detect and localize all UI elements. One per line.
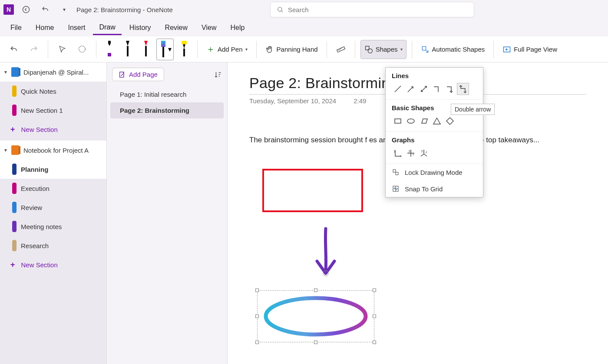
page-item-2[interactable]: Page 2: Brainstorming: [110, 102, 224, 118]
svg-rect-4: [161, 41, 165, 47]
resize-handle[interactable]: [314, 341, 317, 344]
highlighter-yellow[interactable]: [176, 39, 192, 60]
shape-elbow-arrow[interactable]: [444, 83, 456, 95]
sort-pages-button[interactable]: [214, 71, 222, 79]
shape-elbow-double-arrow[interactable]: [457, 83, 469, 95]
section-meeting-notes[interactable]: Meeting notes: [0, 217, 106, 236]
drawn-arrow[interactable]: [313, 226, 339, 283]
svg-text:y: y: [409, 149, 410, 153]
shape-graph-3d[interactable]: yz: [418, 147, 430, 159]
page-item-1[interactable]: Page 1: Initial research: [110, 86, 224, 102]
resize-handle[interactable]: [314, 289, 317, 292]
resize-handle[interactable]: [373, 289, 376, 292]
selected-ellipse-shape[interactable]: [257, 290, 374, 342]
svg-rect-6: [337, 46, 345, 52]
pen-purple[interactable]: [102, 39, 117, 60]
section-planning[interactable]: Planning: [0, 160, 106, 179]
shape-triangle[interactable]: [431, 115, 443, 127]
plus-icon: +: [10, 260, 15, 269]
resize-handle[interactable]: [255, 289, 259, 292]
titlebar-dropdown-button[interactable]: ▾: [57, 3, 71, 16]
section-tab-icon: [12, 164, 17, 175]
drawn-rectangle[interactable]: [262, 169, 363, 212]
section-quick-notes[interactable]: Quick Notes: [0, 82, 106, 101]
menu-view[interactable]: View: [195, 21, 222, 34]
app-icon: N: [3, 4, 14, 15]
add-pen-button[interactable]: ＋ Add Pen ▾: [203, 40, 251, 59]
shape-elbow[interactable]: [431, 83, 443, 95]
resize-handle[interactable]: [255, 315, 259, 318]
shape-rectangle[interactable]: [392, 115, 404, 127]
svg-rect-11: [120, 72, 124, 77]
add-page-button[interactable]: Add Page: [112, 68, 164, 81]
section-new-section-1[interactable]: New Section 1: [0, 101, 106, 120]
shape-graph-xy[interactable]: yx: [392, 147, 404, 159]
chevron-down-icon: ▾: [168, 45, 172, 53]
shape-diamond[interactable]: [444, 115, 456, 127]
menu-file[interactable]: File: [4, 21, 28, 34]
svg-rect-26: [396, 172, 398, 175]
section-execution[interactable]: Execution: [0, 179, 106, 198]
shape-parallelogram[interactable]: [418, 115, 430, 127]
select-tool-button[interactable]: [53, 40, 71, 59]
menu-help[interactable]: Help: [224, 21, 251, 34]
snap-grid-icon: [392, 185, 400, 193]
plus-icon: ＋: [206, 43, 215, 55]
search-bar[interactable]: [270, 2, 474, 17]
resize-handle[interactable]: [373, 315, 376, 318]
shape-double-arrow-diag[interactable]: [418, 83, 430, 95]
draw-toolbar: ▾ ＋ Add Pen ▾ Panning Hand Shapes ▾ Auto…: [0, 36, 608, 62]
undo-button[interactable]: [5, 40, 23, 59]
pages-panel: Add Page Page 1: Initial research Page 2…: [107, 62, 228, 364]
shape-graph-cross[interactable]: yx: [405, 147, 417, 159]
lasso-tool-button[interactable]: [73, 40, 91, 59]
menu-home[interactable]: Home: [30, 21, 60, 34]
redo-button[interactable]: [25, 40, 43, 59]
back-button[interactable]: [19, 3, 33, 16]
snap-to-grid[interactable]: Snap To Grid: [386, 180, 483, 197]
chevron-down-icon: ▾: [400, 47, 403, 52]
new-section-button-1[interactable]: +New Section: [0, 120, 106, 139]
panning-hand-button[interactable]: Panning Hand: [262, 40, 321, 59]
notebook-icon: [11, 67, 19, 77]
shape-ellipse[interactable]: [405, 115, 417, 127]
pen-black[interactable]: [120, 39, 135, 60]
search-input[interactable]: [288, 6, 468, 13]
menu-review[interactable]: Review: [159, 21, 194, 34]
new-section-button-2[interactable]: +New Section: [0, 255, 106, 274]
svg-rect-3: [108, 53, 111, 56]
ruler-button[interactable]: [332, 40, 350, 59]
menu-bar: File Home Insert Draw History Review Vie…: [0, 19, 608, 36]
notebook-header-2[interactable]: ▾ Notebook for Project A: [0, 141, 106, 160]
automatic-shapes-button[interactable]: Automatic Shapes: [417, 40, 489, 59]
full-page-icon: [502, 45, 511, 54]
resize-handle[interactable]: [255, 341, 259, 344]
dd-graphs-heading: Graphs: [392, 136, 477, 144]
svg-point-18: [407, 119, 414, 123]
chevron-down-icon: ▾: [245, 47, 248, 52]
plus-icon: +: [10, 125, 15, 134]
undo-titlebar-button[interactable]: [38, 3, 52, 16]
section-tab-icon: [12, 105, 17, 116]
hand-icon: [265, 45, 274, 54]
shapes-icon: [364, 45, 373, 54]
menu-insert[interactable]: Insert: [62, 21, 91, 34]
menu-history[interactable]: History: [123, 21, 157, 34]
shapes-dropdown-button[interactable]: Shapes ▾: [360, 40, 406, 59]
svg-text:x: x: [400, 154, 402, 157]
dd-lines-heading: Lines: [392, 72, 477, 79]
chevron-down-icon: ▾: [4, 147, 7, 153]
section-review[interactable]: Review: [0, 198, 106, 217]
shape-arrow[interactable]: [405, 83, 417, 95]
title-bar: N ▾ Page 2: Brainstorming - OneNote: [0, 0, 608, 19]
menu-draw[interactable]: Draw: [93, 21, 121, 35]
lock-drawing-mode[interactable]: Lock Drawing Mode: [386, 164, 483, 180]
section-research[interactable]: Research: [0, 236, 106, 255]
full-page-view-button[interactable]: Full Page View: [499, 40, 561, 59]
svg-line-16: [421, 86, 426, 92]
notebook-header-1[interactable]: ▾ Dipanjenah @ Spiral...: [0, 62, 106, 82]
shape-line[interactable]: [392, 83, 404, 95]
pen-red[interactable]: [138, 39, 154, 60]
pen-galaxy-selected[interactable]: ▾: [156, 39, 174, 60]
resize-handle[interactable]: [373, 341, 376, 344]
